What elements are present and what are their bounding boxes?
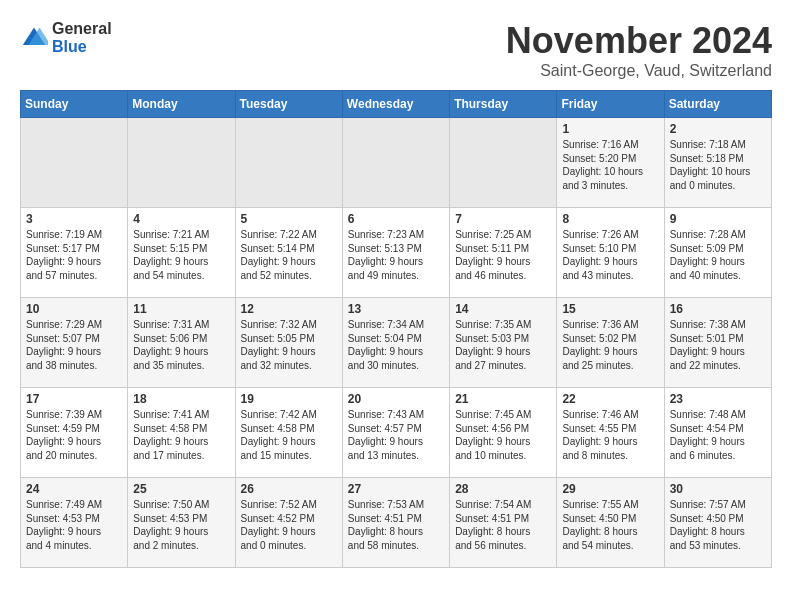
day-number: 20	[348, 392, 444, 406]
day-number: 27	[348, 482, 444, 496]
day-cell: 8Sunrise: 7:26 AM Sunset: 5:10 PM Daylig…	[557, 208, 664, 298]
day-number: 12	[241, 302, 337, 316]
day-number: 1	[562, 122, 658, 136]
day-info: Sunrise: 7:42 AM Sunset: 4:58 PM Dayligh…	[241, 408, 337, 462]
day-cell: 11Sunrise: 7:31 AM Sunset: 5:06 PM Dayli…	[128, 298, 235, 388]
weekday-header-sunday: Sunday	[21, 91, 128, 118]
logo-icon	[20, 24, 48, 52]
day-number: 19	[241, 392, 337, 406]
day-cell: 20Sunrise: 7:43 AM Sunset: 4:57 PM Dayli…	[342, 388, 449, 478]
day-number: 29	[562, 482, 658, 496]
day-cell: 19Sunrise: 7:42 AM Sunset: 4:58 PM Dayli…	[235, 388, 342, 478]
day-number: 3	[26, 212, 122, 226]
day-number: 10	[26, 302, 122, 316]
day-cell	[450, 118, 557, 208]
day-cell: 29Sunrise: 7:55 AM Sunset: 4:50 PM Dayli…	[557, 478, 664, 568]
day-cell: 2Sunrise: 7:18 AM Sunset: 5:18 PM Daylig…	[664, 118, 771, 208]
day-cell: 17Sunrise: 7:39 AM Sunset: 4:59 PM Dayli…	[21, 388, 128, 478]
weekday-header-friday: Friday	[557, 91, 664, 118]
week-row-1: 1Sunrise: 7:16 AM Sunset: 5:20 PM Daylig…	[21, 118, 772, 208]
day-info: Sunrise: 7:52 AM Sunset: 4:52 PM Dayligh…	[241, 498, 337, 552]
day-info: Sunrise: 7:53 AM Sunset: 4:51 PM Dayligh…	[348, 498, 444, 552]
week-row-2: 3Sunrise: 7:19 AM Sunset: 5:17 PM Daylig…	[21, 208, 772, 298]
day-cell	[235, 118, 342, 208]
day-info: Sunrise: 7:49 AM Sunset: 4:53 PM Dayligh…	[26, 498, 122, 552]
day-info: Sunrise: 7:22 AM Sunset: 5:14 PM Dayligh…	[241, 228, 337, 282]
day-number: 8	[562, 212, 658, 226]
day-number: 26	[241, 482, 337, 496]
day-cell: 22Sunrise: 7:46 AM Sunset: 4:55 PM Dayli…	[557, 388, 664, 478]
day-number: 2	[670, 122, 766, 136]
day-info: Sunrise: 7:19 AM Sunset: 5:17 PM Dayligh…	[26, 228, 122, 282]
day-info: Sunrise: 7:34 AM Sunset: 5:04 PM Dayligh…	[348, 318, 444, 372]
day-info: Sunrise: 7:55 AM Sunset: 4:50 PM Dayligh…	[562, 498, 658, 552]
day-number: 18	[133, 392, 229, 406]
title-area: November 2024 Saint-George, Vaud, Switze…	[506, 20, 772, 80]
day-info: Sunrise: 7:26 AM Sunset: 5:10 PM Dayligh…	[562, 228, 658, 282]
day-info: Sunrise: 7:21 AM Sunset: 5:15 PM Dayligh…	[133, 228, 229, 282]
day-cell	[21, 118, 128, 208]
day-cell: 25Sunrise: 7:50 AM Sunset: 4:53 PM Dayli…	[128, 478, 235, 568]
day-cell: 9Sunrise: 7:28 AM Sunset: 5:09 PM Daylig…	[664, 208, 771, 298]
day-cell: 26Sunrise: 7:52 AM Sunset: 4:52 PM Dayli…	[235, 478, 342, 568]
day-number: 17	[26, 392, 122, 406]
logo-blue: Blue	[52, 38, 87, 55]
day-number: 22	[562, 392, 658, 406]
day-number: 30	[670, 482, 766, 496]
day-number: 21	[455, 392, 551, 406]
day-info: Sunrise: 7:38 AM Sunset: 5:01 PM Dayligh…	[670, 318, 766, 372]
day-number: 14	[455, 302, 551, 316]
day-info: Sunrise: 7:31 AM Sunset: 5:06 PM Dayligh…	[133, 318, 229, 372]
day-number: 4	[133, 212, 229, 226]
day-info: Sunrise: 7:48 AM Sunset: 4:54 PM Dayligh…	[670, 408, 766, 462]
day-number: 6	[348, 212, 444, 226]
weekday-header-row: SundayMondayTuesdayWednesdayThursdayFrid…	[21, 91, 772, 118]
day-cell: 7Sunrise: 7:25 AM Sunset: 5:11 PM Daylig…	[450, 208, 557, 298]
day-cell	[128, 118, 235, 208]
day-number: 15	[562, 302, 658, 316]
day-info: Sunrise: 7:45 AM Sunset: 4:56 PM Dayligh…	[455, 408, 551, 462]
day-cell: 30Sunrise: 7:57 AM Sunset: 4:50 PM Dayli…	[664, 478, 771, 568]
day-cell: 13Sunrise: 7:34 AM Sunset: 5:04 PM Dayli…	[342, 298, 449, 388]
day-number: 7	[455, 212, 551, 226]
page-header: General Blue November 2024 Saint-George,…	[20, 20, 772, 80]
day-info: Sunrise: 7:23 AM Sunset: 5:13 PM Dayligh…	[348, 228, 444, 282]
day-cell: 3Sunrise: 7:19 AM Sunset: 5:17 PM Daylig…	[21, 208, 128, 298]
day-info: Sunrise: 7:54 AM Sunset: 4:51 PM Dayligh…	[455, 498, 551, 552]
day-number: 23	[670, 392, 766, 406]
day-info: Sunrise: 7:39 AM Sunset: 4:59 PM Dayligh…	[26, 408, 122, 462]
day-info: Sunrise: 7:28 AM Sunset: 5:09 PM Dayligh…	[670, 228, 766, 282]
day-cell: 1Sunrise: 7:16 AM Sunset: 5:20 PM Daylig…	[557, 118, 664, 208]
day-info: Sunrise: 7:46 AM Sunset: 4:55 PM Dayligh…	[562, 408, 658, 462]
day-cell: 15Sunrise: 7:36 AM Sunset: 5:02 PM Dayli…	[557, 298, 664, 388]
day-cell: 21Sunrise: 7:45 AM Sunset: 4:56 PM Dayli…	[450, 388, 557, 478]
day-info: Sunrise: 7:43 AM Sunset: 4:57 PM Dayligh…	[348, 408, 444, 462]
day-info: Sunrise: 7:32 AM Sunset: 5:05 PM Dayligh…	[241, 318, 337, 372]
month-title: November 2024	[506, 20, 772, 62]
day-cell: 28Sunrise: 7:54 AM Sunset: 4:51 PM Dayli…	[450, 478, 557, 568]
day-number: 24	[26, 482, 122, 496]
week-row-4: 17Sunrise: 7:39 AM Sunset: 4:59 PM Dayli…	[21, 388, 772, 478]
day-cell: 6Sunrise: 7:23 AM Sunset: 5:13 PM Daylig…	[342, 208, 449, 298]
day-info: Sunrise: 7:50 AM Sunset: 4:53 PM Dayligh…	[133, 498, 229, 552]
day-number: 9	[670, 212, 766, 226]
day-cell: 12Sunrise: 7:32 AM Sunset: 5:05 PM Dayli…	[235, 298, 342, 388]
day-info: Sunrise: 7:57 AM Sunset: 4:50 PM Dayligh…	[670, 498, 766, 552]
day-info: Sunrise: 7:36 AM Sunset: 5:02 PM Dayligh…	[562, 318, 658, 372]
day-number: 16	[670, 302, 766, 316]
day-info: Sunrise: 7:18 AM Sunset: 5:18 PM Dayligh…	[670, 138, 766, 192]
logo: General Blue	[20, 20, 112, 56]
day-cell: 27Sunrise: 7:53 AM Sunset: 4:51 PM Dayli…	[342, 478, 449, 568]
day-number: 11	[133, 302, 229, 316]
week-row-3: 10Sunrise: 7:29 AM Sunset: 5:07 PM Dayli…	[21, 298, 772, 388]
day-cell: 24Sunrise: 7:49 AM Sunset: 4:53 PM Dayli…	[21, 478, 128, 568]
weekday-header-saturday: Saturday	[664, 91, 771, 118]
day-info: Sunrise: 7:41 AM Sunset: 4:58 PM Dayligh…	[133, 408, 229, 462]
calendar-table: SundayMondayTuesdayWednesdayThursdayFrid…	[20, 90, 772, 568]
day-number: 25	[133, 482, 229, 496]
weekday-header-wednesday: Wednesday	[342, 91, 449, 118]
weekday-header-thursday: Thursday	[450, 91, 557, 118]
week-row-5: 24Sunrise: 7:49 AM Sunset: 4:53 PM Dayli…	[21, 478, 772, 568]
day-info: Sunrise: 7:16 AM Sunset: 5:20 PM Dayligh…	[562, 138, 658, 192]
weekday-header-monday: Monday	[128, 91, 235, 118]
